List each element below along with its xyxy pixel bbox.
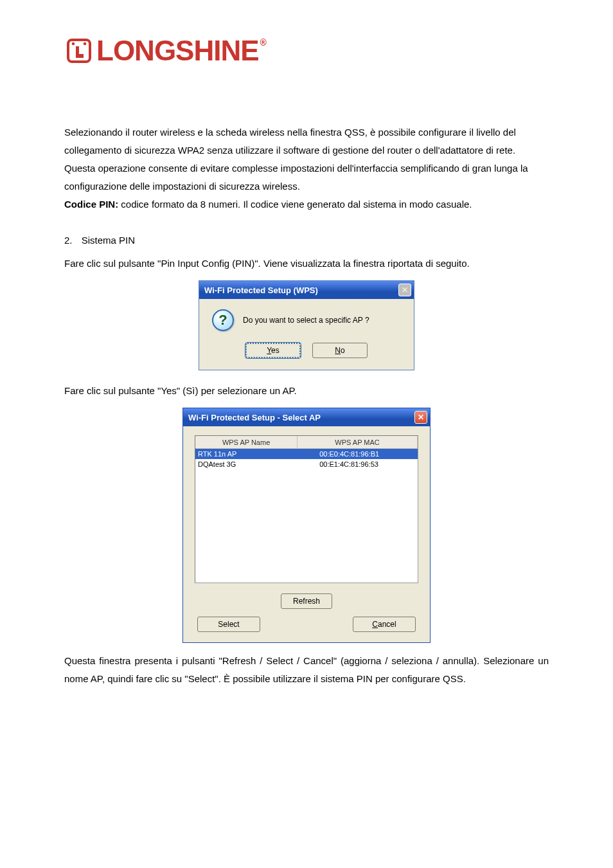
- paragraph-intro: Selezionando il router wireless e la sch…: [64, 123, 549, 195]
- paragraph-yes-click: Fare clic sul pulsante "Yes" (Sì) per se…: [64, 382, 549, 400]
- pin-code-label: Codice PIN:: [64, 199, 118, 210]
- dialog-wps-confirm: Wi-Fi Protected Setup (WPS) ✕ ? Do you w…: [199, 280, 414, 370]
- titlebar: Wi-Fi Protected Setup (WPS) ✕: [199, 281, 414, 299]
- logo-mark-icon: [64, 36, 94, 66]
- question-icon: ?: [212, 309, 234, 331]
- list-item-sistema-pin: Sistema PIN: [78, 231, 549, 249]
- dialog-message: Do you want to select a specific AP ?: [243, 316, 369, 325]
- dialog-select-ap: Wi-Fi Protected Setup - Select AP ✕ WPS …: [182, 408, 431, 643]
- cancel-button[interactable]: Cancel: [353, 617, 416, 632]
- ap-listview[interactable]: WPS AP Name WPS AP MAC RTK 11n AP00:E0:4…: [195, 435, 418, 583]
- ap-mac-cell: 00:E0:4C:81:96:B1: [298, 450, 418, 458]
- ap-mac-cell: 00:E1:4C:81:96:53: [298, 460, 418, 468]
- brand-logo: LONGSHINE ®: [64, 36, 549, 66]
- no-rest: o: [341, 346, 345, 355]
- ap-name-cell: DQAtest 3G: [195, 460, 298, 468]
- paragraph-footer: Questa finestra presenta i pulsanti "Ref…: [64, 652, 549, 688]
- titlebar-text: Wi-Fi Protected Setup - Select AP: [188, 413, 321, 422]
- cancel-accel: C: [372, 620, 378, 629]
- logo-registered-icon: ®: [260, 38, 266, 47]
- listview-header: WPS AP Name WPS AP MAC: [195, 436, 418, 449]
- pin-code-text: codice formato da 8 numeri. Il codice vi…: [118, 199, 472, 210]
- titlebar: Wi-Fi Protected Setup - Select AP ✕: [183, 408, 430, 426]
- close-icon[interactable]: ✕: [414, 411, 427, 424]
- close-icon[interactable]: ✕: [398, 284, 411, 296]
- paragraph-pin-click: Fare clic sul pulsante "Pin Input Config…: [64, 255, 549, 273]
- list-item[interactable]: RTK 11n AP00:E0:4C:81:96:B1: [195, 449, 418, 459]
- logo-text: LONGSHINE: [96, 37, 259, 65]
- col-ap-mac[interactable]: WPS AP MAC: [298, 436, 418, 448]
- select-button[interactable]: Select: [197, 617, 260, 632]
- col-ap-name[interactable]: WPS AP Name: [195, 436, 298, 448]
- cancel-rest: ancel: [378, 620, 396, 629]
- no-accel: N: [335, 346, 341, 355]
- refresh-button[interactable]: Refresh: [281, 593, 332, 609]
- no-button[interactable]: No: [312, 343, 368, 358]
- yes-rest: es: [271, 346, 280, 355]
- list-item[interactable]: DQAtest 3G00:E1:4C:81:96:53: [195, 459, 418, 469]
- svg-point-1: [72, 42, 75, 46]
- ap-name-cell: RTK 11n AP: [195, 450, 298, 458]
- yes-button[interactable]: Yes: [245, 343, 301, 358]
- svg-point-2: [84, 42, 87, 46]
- titlebar-text: Wi-Fi Protected Setup (WPS): [204, 285, 318, 295]
